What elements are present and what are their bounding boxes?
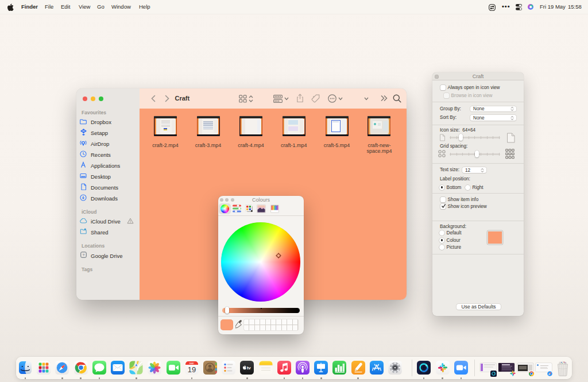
svg-text:tv: tv (247, 365, 252, 371)
svg-text:19: 19 (188, 365, 196, 374)
svg-text:MAY: MAY (189, 362, 195, 365)
svg-text:?: ? (83, 253, 85, 257)
